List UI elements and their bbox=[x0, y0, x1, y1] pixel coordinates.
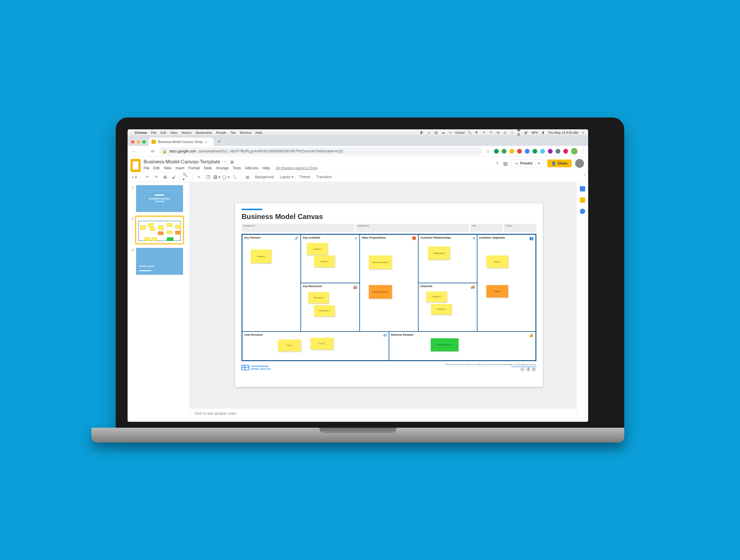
menu-addons[interactable]: Add-ons bbox=[245, 166, 258, 170]
speaker-notes[interactable]: Click to add speaker notes bbox=[190, 408, 588, 422]
extension-icon[interactable] bbox=[502, 149, 506, 154]
sticky-note[interactable]: Cost 2 bbox=[310, 338, 334, 350]
mac-menu-view[interactable]: View bbox=[170, 131, 177, 134]
menu-help[interactable]: Help bbox=[263, 166, 270, 170]
sticky-note[interactable]: Client 1 bbox=[486, 256, 508, 268]
menu-slide[interactable]: Slide bbox=[204, 166, 212, 170]
sticky-note[interactable]: Relationship bbox=[428, 247, 450, 260]
calendar-icon[interactable] bbox=[580, 186, 585, 191]
menubar-icon[interactable]: ◧ bbox=[420, 130, 424, 135]
tasks-icon[interactable] bbox=[580, 209, 585, 214]
slides-logo-icon[interactable] bbox=[130, 159, 141, 172]
cell-channels[interactable]: Channels🚚 Channel 1 Channel 2 bbox=[418, 283, 477, 332]
meta-designed-by[interactable]: Designed by bbox=[356, 224, 469, 232]
sticky-note[interactable]: Partners bbox=[251, 250, 271, 263]
comments-icon[interactable]: ▤ bbox=[503, 161, 507, 166]
slide-thumbnail-3[interactable]: GOOD LUCK! bbox=[136, 248, 183, 275]
cell-customer-relationships[interactable]: Customer Relationships♥ Relationship bbox=[418, 235, 477, 283]
menu-insert[interactable]: Insert bbox=[176, 166, 184, 170]
slide-thumbnail-2[interactable] bbox=[136, 216, 183, 244]
mac-menu-help[interactable]: Help bbox=[256, 131, 262, 134]
cell-customer-segments[interactable]: Customer Segments👥 Client 1 Client 2 bbox=[477, 235, 536, 332]
mac-menu-history[interactable]: History bbox=[181, 131, 191, 134]
mac-menu-people[interactable]: People bbox=[216, 131, 226, 134]
menu-tools[interactable]: Tools bbox=[233, 166, 241, 170]
new-tab-button[interactable]: + bbox=[215, 137, 223, 145]
keep-icon[interactable] bbox=[580, 197, 585, 203]
menu-arrange[interactable]: Arrange bbox=[216, 166, 229, 170]
extension-icon[interactable] bbox=[533, 149, 537, 154]
line-tool[interactable]: ╲ bbox=[231, 173, 239, 181]
layout-button[interactable]: Layout ▾ bbox=[277, 175, 296, 179]
bookmark-star-icon[interactable]: ☆ bbox=[484, 148, 491, 155]
sticky-note[interactable]: Resource 1 bbox=[308, 292, 329, 303]
sticky-note[interactable]: Activity 2 bbox=[314, 256, 335, 267]
slide-stage[interactable]: Business Model Canvas Designed for Desig… bbox=[190, 182, 588, 408]
menu-file[interactable]: File bbox=[144, 166, 149, 170]
image-tool[interactable]: 🖼 ▾ bbox=[213, 173, 221, 181]
paint-format-button[interactable]: 🖌 bbox=[170, 173, 178, 181]
close-window-button[interactable] bbox=[131, 140, 134, 144]
back-button[interactable]: ← bbox=[130, 148, 137, 155]
sticky-note[interactable]: Activity 1 bbox=[307, 243, 328, 255]
menubar-icon[interactable]: ✳ bbox=[482, 130, 486, 135]
document-title[interactable]: Business-Model-Canvas-Template bbox=[144, 159, 220, 165]
select-tool[interactable]: ↖ bbox=[195, 173, 203, 181]
sticky-note[interactable]: Resource 2 bbox=[314, 305, 335, 316]
screenshare-icon[interactable]: ▭ bbox=[448, 130, 452, 135]
cell-revenue-streams[interactable]: Revenue Streams💰 Revenue Type 1 bbox=[389, 332, 536, 361]
comment-button[interactable]: ▤ bbox=[244, 173, 251, 181]
save-status[interactable]: All changes saved in Drive bbox=[276, 166, 317, 170]
transition-button[interactable]: Transition bbox=[314, 175, 334, 179]
bluetooth-icon[interactable]: ᛒ bbox=[510, 130, 514, 135]
extension-icon[interactable] bbox=[563, 149, 568, 154]
volume-icon[interactable]: 🔊 bbox=[524, 130, 528, 135]
sticky-note[interactable]: Client 2 bbox=[486, 285, 508, 297]
sticky-note[interactable]: Channel 2 bbox=[431, 304, 452, 315]
star-icon[interactable]: ☆ bbox=[223, 159, 227, 165]
extension-icon[interactable] bbox=[494, 149, 499, 154]
menubar-icon[interactable]: ❖ bbox=[474, 130, 479, 135]
zoom-button[interactable]: 🔍 ▾ bbox=[183, 173, 190, 181]
extension-icon[interactable] bbox=[556, 149, 560, 154]
textbox-tool[interactable]: 🅃 bbox=[204, 173, 212, 181]
redo-button[interactable]: ↷ bbox=[152, 173, 160, 181]
menubar-icon[interactable]: ⏻ bbox=[434, 130, 438, 135]
move-folder-icon[interactable]: ▣ bbox=[230, 159, 234, 165]
theme-button[interactable]: Theme bbox=[297, 175, 312, 179]
chrome-profile-avatar[interactable] bbox=[571, 148, 577, 155]
menu-edit[interactable]: Edit bbox=[153, 166, 160, 170]
slide-thumbnail-1[interactable]: BUSINESS MODEL CANVAS bbox=[136, 185, 183, 212]
activity-icon[interactable]: 〃 bbox=[495, 161, 500, 167]
shape-tool[interactable]: ◯ ▾ bbox=[222, 173, 230, 181]
cell-cost-structure[interactable]: Cost Structure🏷 Cost 1 Cost 2 bbox=[242, 332, 389, 361]
mac-menu-file[interactable]: File bbox=[151, 131, 157, 134]
menubar-icon[interactable]: ◎ bbox=[503, 130, 507, 135]
sticky-note[interactable]: Cost 1 bbox=[278, 340, 301, 351]
sticky-note[interactable]: Value Proposition bbox=[369, 285, 392, 299]
mac-menu-tab[interactable]: Tab bbox=[230, 131, 236, 134]
sticky-note[interactable]: Value Proposition bbox=[369, 256, 392, 269]
menubar-icon[interactable]: ☁ bbox=[441, 130, 445, 135]
present-button[interactable]: ▭ Present ▾ bbox=[511, 160, 543, 167]
filmstrip[interactable]: 1 BUSINESS MODEL CANVAS 2 bbox=[127, 182, 190, 422]
search-icon[interactable]: 🔍 bbox=[467, 130, 471, 135]
browser-tab[interactable]: Business-Model-Canvas-Temp × bbox=[149, 137, 214, 146]
mac-menu-edit[interactable]: Edit bbox=[161, 131, 166, 134]
mac-menu-bookmarks[interactable]: Bookmarks bbox=[196, 131, 212, 134]
slide[interactable]: Business Model Canvas Designed for Desig… bbox=[235, 203, 543, 387]
cell-key-resources[interactable]: Key Resources🏭 Resource 1 Resource 2 bbox=[301, 283, 359, 332]
battery-icon[interactable]: ▮ bbox=[541, 130, 545, 135]
mac-user[interactable]: Daniel bbox=[455, 131, 464, 134]
mac-app-name[interactable]: Chrome bbox=[135, 131, 147, 134]
extension-icon[interactable] bbox=[525, 149, 530, 154]
cell-key-activities[interactable]: Key Activities✔ Activity 1 Activity 2 bbox=[301, 235, 359, 283]
close-tab-icon[interactable]: × bbox=[205, 140, 207, 144]
background-button[interactable]: Background bbox=[253, 175, 276, 179]
reload-button[interactable]: ⟳ bbox=[150, 148, 156, 155]
menubar-icon[interactable]: ⎋ bbox=[427, 130, 431, 135]
menu-view[interactable]: View bbox=[164, 166, 171, 170]
wifi-icon[interactable]: �弧 bbox=[517, 130, 521, 135]
account-avatar[interactable] bbox=[575, 159, 584, 168]
share-button[interactable]: 👤 Share bbox=[547, 160, 572, 167]
